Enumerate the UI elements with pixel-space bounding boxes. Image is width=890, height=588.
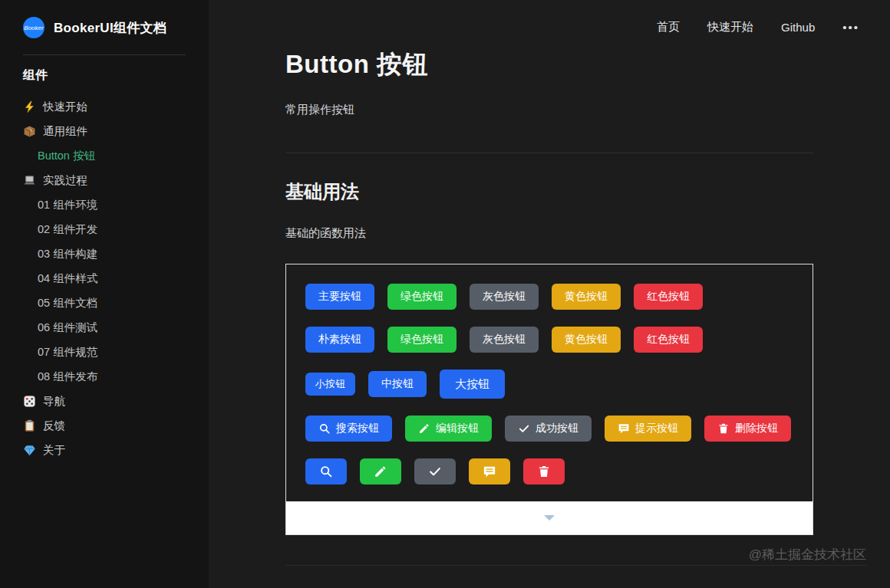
sidebar-item-label: 导航: [43, 394, 65, 409]
sidebar-divider: [23, 54, 186, 55]
sidebar-item-label: 06 组件测试: [38, 320, 97, 335]
expand-code-button[interactable]: [286, 501, 813, 534]
sidebar-item[interactable]: 07 组件规范: [23, 340, 186, 364]
content: Button 按钮 常用操作按钮 基础用法 基础的函数用法 主要按钮绿色按钮灰色…: [285, 48, 813, 535]
search-icon-button[interactable]: [305, 458, 347, 485]
sidebar-item[interactable]: 01 组件环境: [23, 192, 186, 217]
primary-button[interactable]: 主要按钮: [305, 284, 374, 310]
sidebar-item[interactable]: 快速开始: [23, 94, 186, 119]
search-icon: [319, 465, 333, 478]
demo-button-label: 灰色按钮: [483, 333, 526, 347]
sidebar-item-label: Button 按钮: [38, 149, 95, 163]
edit-icon: [418, 422, 430, 435]
success-button[interactable]: 成功按钮: [505, 416, 592, 442]
page-subtitle: 常用操作按钮: [285, 103, 813, 117]
search-icon: [318, 422, 331, 435]
red-button[interactable]: 红色按钮: [634, 284, 703, 310]
sidebar-nav: 快速开始通用组件Button 按钮实践过程01 组件环境02 组件开发03 组件…: [23, 94, 186, 462]
demo-button-label: 绿色按钮: [400, 290, 443, 304]
more-menu-button[interactable]: •••: [842, 21, 859, 34]
delete-button[interactable]: 删除按钮: [704, 416, 791, 442]
sidebar-item-label: 快速开始: [43, 100, 87, 114]
green-button[interactable]: 绿色按钮: [387, 284, 457, 310]
demo-rows: 主要按钮绿色按钮灰色按钮黄色按钮红色按钮朴素按钮绿色按钮灰色按钮黄色按钮红色按钮…: [286, 264, 813, 485]
yellow-button[interactable]: 黄色按钮: [552, 284, 621, 310]
plain-button[interactable]: 朴素按钮: [305, 327, 374, 353]
edit-icon: [374, 465, 387, 478]
sidebar-item[interactable]: 06 组件测试: [23, 315, 186, 340]
sidebar-item[interactable]: 通用组件: [23, 119, 186, 143]
sidebar-item-label: 05 组件文档: [38, 296, 97, 310]
demo-button-label: 黄色按钮: [565, 333, 608, 347]
sidebar-section-title: 组件: [23, 67, 186, 84]
topnav-link[interactable]: 快速开始: [707, 20, 753, 34]
button-row: [305, 458, 793, 485]
sidebar-item[interactable]: Button 按钮: [23, 143, 186, 168]
demo-button-label: 红色按钮: [647, 290, 690, 304]
demo-button-label: 编辑按钮: [436, 422, 479, 435]
plain-red-button[interactable]: 红色按钮: [634, 327, 703, 353]
demo-button-label: 小按钮: [315, 377, 345, 391]
brand-logo-icon: Booker: [23, 17, 44, 38]
tip-button[interactable]: 提示按钮: [605, 416, 691, 442]
trash-icon: [717, 422, 730, 435]
sidebar-item[interactable]: 关于: [23, 438, 186, 462]
sidebar-item[interactable]: 05 组件文档: [23, 291, 186, 315]
button-row: 朴素按钮绿色按钮灰色按钮黄色按钮红色按钮: [305, 327, 793, 353]
gray-button[interactable]: 灰色按钮: [470, 284, 539, 310]
sidebar-item-label: 03 组件构建: [38, 247, 97, 261]
sidebar-item-label: 02 组件开发: [38, 222, 97, 237]
plain-green-button[interactable]: 绿色按钮: [387, 327, 457, 353]
success-icon-button[interactable]: [414, 458, 456, 485]
sidebar-item[interactable]: 08 组件发布: [23, 364, 186, 389]
sidebar-item[interactable]: 03 组件构建: [23, 241, 186, 266]
tip-icon-button[interactable]: [469, 458, 510, 485]
sidebar-item[interactable]: 04 组件样式: [23, 266, 186, 291]
sidebar-item[interactable]: 反馈: [23, 413, 186, 438]
button-row: 主要按钮绿色按钮灰色按钮黄色按钮红色按钮: [305, 284, 793, 310]
topnav-link[interactable]: 首页: [657, 20, 680, 34]
package-icon: [23, 125, 36, 138]
plain-yellow-button[interactable]: 黄色按钮: [552, 327, 621, 353]
delete-icon-button[interactable]: [523, 458, 565, 485]
laptop-icon: [23, 174, 36, 187]
medium-button[interactable]: 中按钮: [368, 371, 427, 397]
edit-icon-button[interactable]: [360, 458, 401, 485]
sidebar-item[interactable]: 实践过程: [23, 168, 186, 192]
topnav-link[interactable]: Github: [781, 21, 815, 34]
plain-gray-button[interactable]: 灰色按钮: [470, 327, 539, 353]
demo-button-label: 朴素按钮: [318, 333, 361, 347]
sidebar-item-label: 关于: [43, 443, 65, 458]
demo-button-label: 搜索按钮: [336, 422, 379, 435]
button-row: 搜索按钮编辑按钮成功按钮提示按钮删除按钮: [305, 416, 793, 442]
demo-button-label: 红色按钮: [647, 333, 690, 347]
page-title: Button 按钮: [285, 48, 813, 82]
sidebar-item-label: 通用组件: [43, 124, 87, 139]
trash-icon: [537, 465, 551, 478]
search-button[interactable]: 搜索按钮: [305, 416, 392, 442]
watermark: @稀土掘金技术社区: [285, 546, 866, 563]
top-nav: 首页快速开始Github•••: [209, 0, 890, 34]
demo-button-label: 删除按钮: [735, 422, 778, 435]
clipboard-icon: [23, 419, 36, 432]
small-button[interactable]: 小按钮: [305, 373, 355, 396]
demo-button-label: 大按钮: [455, 377, 490, 392]
footer: @稀土掘金技术社区: [285, 546, 866, 566]
button-row: 小按钮中按钮大按钮: [305, 370, 793, 399]
sidebar-item[interactable]: 导航: [23, 389, 186, 413]
demo-button-label: 主要按钮: [318, 290, 361, 304]
demo-box: 主要按钮绿色按钮灰色按钮黄色按钮红色按钮朴素按钮绿色按钮灰色按钮黄色按钮红色按钮…: [285, 264, 813, 535]
edit-button[interactable]: 编辑按钮: [405, 416, 492, 442]
sidebar-item-label: 07 组件规范: [38, 345, 97, 360]
demo-button-label: 中按钮: [381, 377, 414, 391]
brand[interactable]: Booker BookerUI组件文档: [23, 17, 186, 38]
demo-button-label: 黄色按钮: [565, 290, 608, 304]
demo-button-label: 灰色按钮: [483, 290, 526, 304]
demo-button-label: 提示按钮: [635, 422, 678, 435]
sidebar-item[interactable]: 02 组件开发: [23, 217, 186, 241]
sidebar: Booker BookerUI组件文档 组件 快速开始通用组件Button 按钮…: [0, 0, 209, 588]
sidebar-item-label: 08 组件发布: [38, 370, 97, 384]
large-button[interactable]: 大按钮: [440, 370, 505, 399]
chevron-down-icon: [544, 515, 555, 521]
check-icon: [428, 465, 442, 478]
